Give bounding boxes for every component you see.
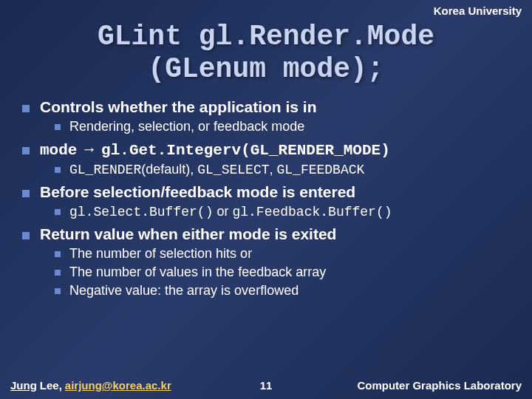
footer-author: Jung Lee, airjung@korea.ac.kr (10, 379, 171, 392)
arrow-icon: → (81, 140, 97, 157)
title-line1: GLint gl.Render.Mode (0, 21, 532, 53)
bullet-3: Before selection/feedback mode is entere… (22, 183, 517, 201)
code-feedback-buffer: gl.Feedback.Buffer() (232, 205, 392, 219)
square-bullet-icon (22, 232, 30, 239)
bullet-2-code: gl.Get.Integerv(GL_RENDER_MODE) (101, 142, 390, 159)
bullet-2-text: mode → gl.Get.Integerv(GL_RENDER_MODE) (40, 140, 390, 159)
author-last: Lee, (40, 379, 62, 392)
square-bullet-icon (22, 105, 30, 112)
bullet-4c: Negative value: the array is overflowed (55, 283, 517, 299)
square-bullet-icon (55, 167, 61, 173)
square-bullet-icon (55, 209, 61, 215)
bullet-4a: The number of selection hits or (55, 246, 517, 262)
bullet-1a: Rendering, selection, or feedback mode (55, 119, 517, 134)
bullet-3a: gl.Select.Buffer() or gl.Feedback.Buffer… (55, 204, 517, 219)
square-bullet-icon (55, 124, 61, 130)
square-bullet-icon (55, 251, 61, 257)
square-bullet-icon (55, 288, 61, 294)
code-select-buffer: gl.Select.Buffer() (69, 205, 213, 219)
text-default: (default), (141, 162, 197, 177)
text-sep: , (269, 162, 276, 177)
code-gl-render: GL_RENDER (69, 163, 141, 177)
slide-title: GLint gl.Render.Mode (GLenum mode); (0, 21, 532, 85)
footer-lab: Computer Graphics Laboratory (357, 379, 522, 392)
bullet-3-text: Before selection/feedback mode is entere… (40, 183, 355, 201)
text-or: or (213, 204, 232, 219)
bullet-2a-text: GL_RENDER(default), GL_SELECT, GL_FEEDBA… (69, 162, 364, 177)
bullet-4: Return value when either mode is exited (22, 225, 517, 243)
square-bullet-icon (55, 270, 61, 276)
bullet-2: mode → gl.Get.Integerv(GL_RENDER_MODE) (22, 140, 517, 159)
content-area: Controls whether the application is in R… (0, 98, 532, 299)
bullet-1a-text: Rendering, selection, or feedback mode (69, 119, 304, 134)
code-gl-select: GL_SELECT (197, 163, 269, 177)
title-line2: (GLenum mode); (0, 53, 532, 86)
bullet-1-text: Controls whether the application is in (40, 98, 317, 116)
author-first: Jung (10, 379, 37, 392)
page-number: 11 (260, 379, 273, 392)
square-bullet-icon (22, 190, 30, 197)
bullet-4a-text: The number of selection hits or (69, 246, 252, 262)
bullet-2a: GL_RENDER(default), GL_SELECT, GL_FEEDBA… (55, 162, 517, 177)
bullet-4b-text: The number of values in the feedback arr… (69, 265, 326, 280)
bullet-2-mode: mode (40, 142, 77, 159)
code-gl-feedback: GL_FEEDBACK (277, 163, 365, 177)
bullet-4-text: Return value when either mode is exited (40, 225, 336, 243)
org-label: Korea University (434, 4, 522, 17)
bullet-1: Controls whether the application is in (22, 98, 517, 116)
square-bullet-icon (22, 147, 30, 154)
bullet-4c-text: Negative value: the array is overflowed (69, 283, 299, 299)
author-email[interactable]: airjung@korea.ac.kr (65, 379, 171, 392)
bullet-3a-text: gl.Select.Buffer() or gl.Feedback.Buffer… (69, 204, 392, 219)
bullet-4b: The number of values in the feedback arr… (55, 265, 517, 280)
